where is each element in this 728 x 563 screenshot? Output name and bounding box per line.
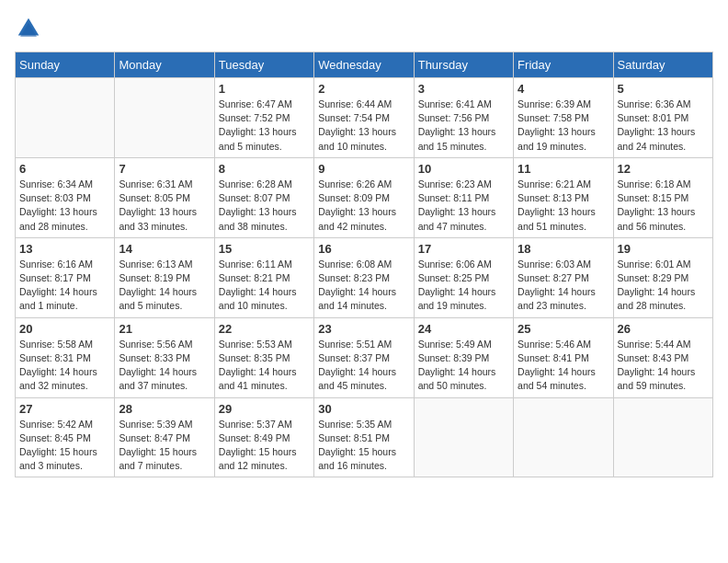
day-number: 27 [19,402,110,416]
day-header-sunday: Sunday [16,52,115,78]
day-number: 25 [518,322,609,336]
day-header-wednesday: Wednesday [314,52,414,78]
day-info: Sunrise: 6:16 AMSunset: 8:17 PMDaylight:… [19,258,110,314]
calendar-cell: 7Sunrise: 6:31 AMSunset: 8:05 PMDaylight… [115,157,214,237]
calendar-cell: 4Sunrise: 6:39 AMSunset: 7:58 PMDaylight… [514,78,613,158]
day-number: 21 [119,322,210,336]
day-info: Sunrise: 6:36 AMSunset: 8:01 PMDaylight:… [618,98,709,154]
calendar-cell: 10Sunrise: 6:23 AMSunset: 8:11 PMDayligh… [414,157,513,237]
day-info: Sunrise: 5:44 AMSunset: 8:43 PMDaylight:… [618,338,709,394]
day-info: Sunrise: 5:39 AMSunset: 8:47 PMDaylight:… [119,418,210,474]
day-number: 2 [318,82,409,96]
calendar-cell [613,397,712,477]
day-number: 22 [219,322,310,336]
day-number: 11 [518,162,609,176]
day-number: 1 [219,82,310,96]
calendar-cell [414,397,513,477]
calendar-week-row: 6Sunrise: 6:34 AMSunset: 8:03 PMDaylight… [16,157,713,237]
day-number: 15 [219,242,310,256]
day-info: Sunrise: 6:18 AMSunset: 8:15 PMDaylight:… [618,178,709,234]
day-info: Sunrise: 5:49 AMSunset: 8:39 PMDaylight:… [418,338,509,394]
calendar-cell: 6Sunrise: 6:34 AMSunset: 8:03 PMDaylight… [16,157,115,237]
calendar-cell: 22Sunrise: 5:53 AMSunset: 8:35 PMDayligh… [214,317,313,397]
calendar-cell: 19Sunrise: 6:01 AMSunset: 8:29 PMDayligh… [613,237,712,317]
day-number: 3 [418,82,509,96]
day-number: 19 [618,242,709,256]
day-info: Sunrise: 6:39 AMSunset: 7:58 PMDaylight:… [518,98,609,154]
logo-icon [15,15,42,42]
day-info: Sunrise: 6:06 AMSunset: 8:25 PMDaylight:… [418,258,509,314]
calendar-week-row: 13Sunrise: 6:16 AMSunset: 8:17 PMDayligh… [16,237,713,317]
day-number: 12 [618,162,709,176]
day-info: Sunrise: 6:03 AMSunset: 8:27 PMDaylight:… [518,258,609,314]
day-number: 24 [418,322,509,336]
day-info: Sunrise: 6:21 AMSunset: 8:13 PMDaylight:… [518,178,609,234]
calendar-cell: 20Sunrise: 5:58 AMSunset: 8:31 PMDayligh… [16,317,115,397]
day-number: 7 [119,162,210,176]
calendar-cell: 15Sunrise: 6:11 AMSunset: 8:21 PMDayligh… [214,237,313,317]
calendar-header-row: SundayMondayTuesdayWednesdayThursdayFrid… [16,52,713,78]
calendar-week-row: 1Sunrise: 6:47 AMSunset: 7:52 PMDaylight… [16,78,713,158]
day-info: Sunrise: 6:31 AMSunset: 8:05 PMDaylight:… [119,178,210,234]
day-info: Sunrise: 5:42 AMSunset: 8:45 PMDaylight:… [19,418,110,474]
calendar-cell: 8Sunrise: 6:28 AMSunset: 8:07 PMDaylight… [214,157,313,237]
day-header-tuesday: Tuesday [214,52,313,78]
calendar-cell: 21Sunrise: 5:56 AMSunset: 8:33 PMDayligh… [115,317,214,397]
day-info: Sunrise: 5:46 AMSunset: 8:41 PMDaylight:… [518,338,609,394]
day-info: Sunrise: 6:01 AMSunset: 8:29 PMDaylight:… [618,258,709,314]
day-info: Sunrise: 6:11 AMSunset: 8:21 PMDaylight:… [219,258,310,314]
day-header-thursday: Thursday [414,52,513,78]
calendar-cell: 17Sunrise: 6:06 AMSunset: 8:25 PMDayligh… [414,237,513,317]
day-number: 29 [219,402,310,416]
day-number: 28 [119,402,210,416]
day-number: 4 [518,82,609,96]
day-number: 10 [418,162,509,176]
calendar-cell: 30Sunrise: 5:35 AMSunset: 8:51 PMDayligh… [314,397,414,477]
calendar-cell: 25Sunrise: 5:46 AMSunset: 8:41 PMDayligh… [514,317,613,397]
day-info: Sunrise: 6:26 AMSunset: 8:09 PMDaylight:… [318,178,409,234]
day-info: Sunrise: 6:23 AMSunset: 8:11 PMDaylight:… [418,178,509,234]
day-header-saturday: Saturday [613,52,712,78]
calendar-cell [514,397,613,477]
calendar-cell: 11Sunrise: 6:21 AMSunset: 8:13 PMDayligh… [514,157,613,237]
calendar-cell: 23Sunrise: 5:51 AMSunset: 8:37 PMDayligh… [314,317,414,397]
day-number: 23 [318,322,409,336]
calendar-cell: 9Sunrise: 6:26 AMSunset: 8:09 PMDaylight… [314,157,414,237]
day-info: Sunrise: 5:53 AMSunset: 8:35 PMDaylight:… [219,338,310,394]
day-info: Sunrise: 6:47 AMSunset: 7:52 PMDaylight:… [219,98,310,154]
day-info: Sunrise: 5:56 AMSunset: 8:33 PMDaylight:… [119,338,210,394]
calendar-cell: 18Sunrise: 6:03 AMSunset: 8:27 PMDayligh… [514,237,613,317]
calendar-week-row: 27Sunrise: 5:42 AMSunset: 8:45 PMDayligh… [16,397,713,477]
calendar-cell: 28Sunrise: 5:39 AMSunset: 8:47 PMDayligh… [115,397,214,477]
calendar-cell: 27Sunrise: 5:42 AMSunset: 8:45 PMDayligh… [16,397,115,477]
calendar-table: SundayMondayTuesdayWednesdayThursdayFrid… [15,52,713,477]
day-number: 8 [219,162,310,176]
page-header [15,15,713,42]
calendar-cell: 12Sunrise: 6:18 AMSunset: 8:15 PMDayligh… [613,157,712,237]
day-number: 30 [318,402,409,416]
day-info: Sunrise: 5:37 AMSunset: 8:49 PMDaylight:… [219,418,310,474]
day-info: Sunrise: 5:51 AMSunset: 8:37 PMDaylight:… [318,338,409,394]
calendar-cell: 24Sunrise: 5:49 AMSunset: 8:39 PMDayligh… [414,317,513,397]
day-number: 5 [618,82,709,96]
day-info: Sunrise: 5:35 AMSunset: 8:51 PMDaylight:… [318,418,409,474]
calendar-week-row: 20Sunrise: 5:58 AMSunset: 8:31 PMDayligh… [16,317,713,397]
calendar-cell: 1Sunrise: 6:47 AMSunset: 7:52 PMDaylight… [214,78,313,158]
day-info: Sunrise: 6:13 AMSunset: 8:19 PMDaylight:… [119,258,210,314]
logo [15,15,46,42]
day-number: 20 [19,322,110,336]
calendar-cell: 16Sunrise: 6:08 AMSunset: 8:23 PMDayligh… [314,237,414,317]
day-header-monday: Monday [115,52,214,78]
calendar-cell [115,78,214,158]
calendar-cell: 5Sunrise: 6:36 AMSunset: 8:01 PMDaylight… [613,78,712,158]
calendar-cell [16,78,115,158]
day-number: 9 [318,162,409,176]
day-number: 16 [318,242,409,256]
calendar-cell: 3Sunrise: 6:41 AMSunset: 7:56 PMDaylight… [414,78,513,158]
day-number: 17 [418,242,509,256]
day-info: Sunrise: 6:34 AMSunset: 8:03 PMDaylight:… [19,178,110,234]
day-header-friday: Friday [514,52,613,78]
day-info: Sunrise: 6:41 AMSunset: 7:56 PMDaylight:… [418,98,509,154]
day-number: 6 [19,162,110,176]
calendar-cell: 26Sunrise: 5:44 AMSunset: 8:43 PMDayligh… [613,317,712,397]
